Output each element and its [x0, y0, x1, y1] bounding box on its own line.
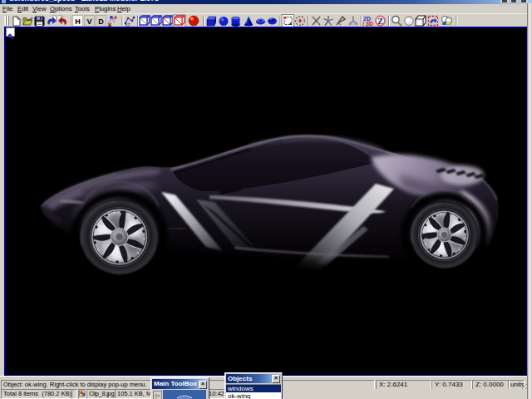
svg-text:H: H [75, 17, 81, 26]
svg-text:D: D [98, 17, 104, 26]
svg-text:Z: Z [377, 17, 383, 26]
svg-text:V: V [86, 17, 91, 26]
svg-text:s.kosmadakis: s.kosmadakis [166, 226, 186, 230]
svg-text:3D: 3D [366, 21, 373, 27]
svg-text:/: / [362, 21, 364, 27]
